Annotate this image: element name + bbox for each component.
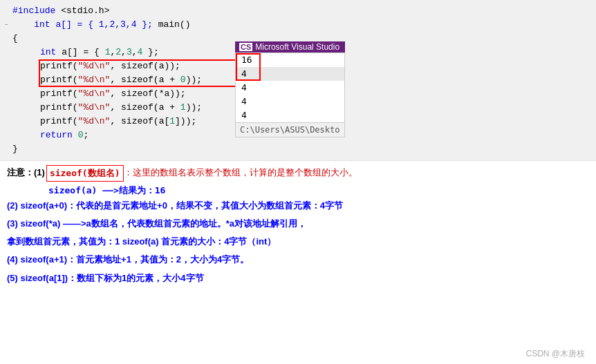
note-item-3: (3) sizeof(*a) ——>a数组名，代表数组首元素的地址。*a对该地址… [7, 216, 589, 232]
vs-logo-icon: CS [239, 43, 252, 51]
note3-line1-text: (3) sizeof(*a) ——>a数组名，代表数组首元素的地址。*a对该地址… [7, 218, 306, 229]
vs-title-bar: CS Microsoft Visual Studio [235, 41, 345, 52]
note4-text: (4) sizeof(a+1)：首元素地址+1，其值为：2，大小为4字节。 [7, 254, 249, 265]
output-path: C:\Users\ASUS\Deskto [236, 122, 344, 137]
note3-line2-text: 拿到数组首元素，其值为：1 sizeof(a) 首元素的大小：4字节（int） [7, 236, 276, 247]
note-item-5: (5) sizeof(a[1])：数组下标为1的元素，大小4字节 [7, 271, 589, 287]
code-line-main: int a[] = { 1,2,3,4 }; main() [12, 18, 596, 32]
output-line-3: 4 [236, 81, 344, 95]
output-line-2: 4 [236, 67, 344, 81]
vs-title-text: Microsoft Visual Studio [255, 42, 339, 52]
vs-output-values: 16 4 4 4 4 C:\Users\ASUS\Deskto [235, 52, 345, 137]
vs-output-panel: CS Microsoft Visual Studio 16 4 4 4 4 C:… [235, 41, 345, 137]
main-func: main() [153, 18, 191, 32]
note2-text: (2) sizeof(a+0)：代表的是首元素地址+0，结果不变，其值大小为数组… [7, 200, 343, 211]
code-line-include: #include <stdio.h> [12, 4, 596, 18]
note-row-1: 注意：(1) sizeof(数组名) ：这里的数组名表示整个数组，计算的是整个数… [7, 165, 589, 182]
note-item-4: (4) sizeof(a+1)：首元素地址+1，其值为：2，大小为4字节。 [7, 252, 589, 268]
code-line-brace-close: } [12, 142, 596, 156]
output-line-5: 4 [236, 108, 344, 122]
code-area: ⁻ #include <stdio.h> int a[] = { 1,2,3,4… [0, 0, 596, 160]
watermark: CSDN @木唐枝 [525, 348, 585, 360]
output-line-4: 4 [236, 95, 344, 108]
main-container: ⁻ #include <stdio.h> int a[] = { 1,2,3,4… [0, 0, 596, 364]
note-label-1: 注意：(1) [7, 165, 45, 180]
note-result-1: sizeof(a) ——>结果为：16 [7, 183, 589, 198]
output-line-1: 16 [236, 53, 344, 67]
int-keyword: int a[] = { 1,2,3,4 }; [12, 18, 153, 32]
note1-text: ：这里的数组名表示整个数组，计算的是整个数组的大小。 [124, 165, 357, 180]
note-item-2: (2) sizeof(a+0)：代表的是首元素地址+0，结果不变，其值大小为数组… [7, 198, 589, 214]
collapse-gutter: ⁻ [0, 3, 12, 157]
note1-code-box: sizeof(数组名) [46, 165, 124, 182]
annotations-area: 注意：(1) sizeof(数组名) ：这里的数组名表示整个数组，计算的是整个数… [0, 160, 596, 364]
include-file: <stdio.h> [55, 4, 109, 18]
include-directive: #include [12, 4, 55, 18]
note5-text: (5) sizeof(a[1])：数组下标为1的元素，大小4字节 [7, 273, 204, 283]
note-item-3b: 拿到数组首元素，其值为：1 sizeof(a) 首元素的大小：4字节（int） [7, 234, 589, 250]
note1-result-text: sizeof(a) ——>结果为：16 [48, 185, 165, 195]
